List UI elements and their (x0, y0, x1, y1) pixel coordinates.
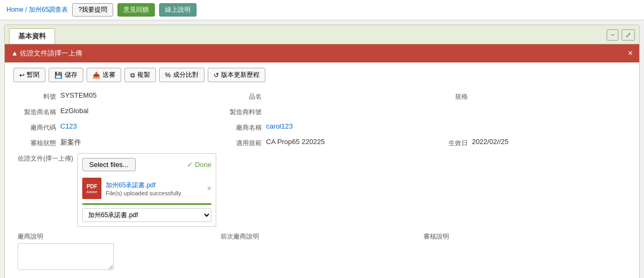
file-separator (82, 203, 211, 205)
review-status-field: 審核狀態 新案件 (13, 135, 219, 150)
mfr-material-label: 製造商料號 (223, 107, 266, 117)
applicable-spec-label: 適用規範 (223, 138, 266, 148)
comments-row: 廠商說明 前次廠商說明 審核說明 (13, 229, 631, 273)
form-row-1: 料號 SYSTEM05 品名 規格 (13, 89, 631, 104)
breadcrumb-current[interactable]: 加州65調查表 (29, 6, 68, 13)
effective-date-field: 生效日 2022/02//25 (425, 135, 631, 150)
file-name: 加州65承諾書.pdf (106, 181, 203, 190)
upload-label: 佐證文件(擇一上傳) (18, 153, 77, 163)
form-row-4: 審核狀態 新案件 適用規範 CA Prop65 220225 生效日 2022/… (13, 135, 631, 150)
vendor-name-field: 廠商名稱 carol123 (219, 120, 425, 135)
online-help-button[interactable]: 線上說明 (159, 3, 197, 17)
minimize-button[interactable]: − (607, 29, 618, 41)
material-no-value: SYSTEM05 (60, 91, 97, 99)
copy-button[interactable]: ⧉ 複製 (124, 68, 156, 82)
file-select-dropdown[interactable]: 加州65承諾書.pdf (82, 208, 211, 222)
top-nav: Home / 加州65調查表 ?我要提問 意見回饋 線上說明 (0, 0, 644, 20)
upload-top-row: Select files... ✓ Done (82, 158, 211, 171)
review-comment-group: 審核說明 (423, 232, 626, 270)
vendor-comment-group: 廠商說明 (18, 232, 221, 270)
effective-date-label: 生效日 (429, 138, 472, 148)
prev-vendor-comment-group: 前次廠商說明 (221, 232, 423, 270)
vendor-code-field: 廠商代碼 C123 (13, 120, 219, 135)
file-success: File(s) uploaded successfully. (106, 190, 203, 196)
upload-box: Select files... ✓ Done PDF Adobe 加州65承諾書… (77, 153, 216, 227)
review-status-value: 新案件 (60, 138, 81, 147)
tab-basic-info[interactable]: 基本資料 (9, 28, 55, 44)
help-button[interactable]: ?我要提問 (72, 3, 113, 17)
mfr-material-field: 製造商料號 (219, 104, 425, 120)
review-comment-label: 審核說明 (423, 232, 626, 241)
cancel-button[interactable]: ↩ 暫閉 (13, 68, 45, 82)
vendor-code-value[interactable]: C123 (60, 122, 77, 130)
material-no-field: 料號 SYSTEM05 (13, 89, 219, 104)
adobe-label: Adobe (87, 190, 97, 194)
pdf-icon-text: PDF (87, 184, 97, 189)
form-row-3: 廠商代碼 C123 廠商名稱 carol123 (13, 120, 631, 135)
error-close-button[interactable]: × (628, 49, 633, 58)
pdf-icon: PDF Adobe (82, 178, 101, 199)
compare-icon: % (165, 72, 171, 79)
file-item: PDF Adobe 加州65承諾書.pdf File(s) uploaded s… (82, 176, 211, 201)
submit-button[interactable]: 📤 送審 (87, 68, 121, 82)
file-dropdown[interactable]: 加州65承諾書.pdf (82, 208, 211, 222)
product-name-field: 品名 (219, 89, 425, 104)
content-panel: ↩ 暫閉 💾 儲存 📤 送審 ⧉ 複製 % 成分比對 ↺ 版本更新歷程 (5, 62, 639, 278)
form-row-2: 製造商名稱 EzGlobal 製造商料號 (13, 104, 631, 120)
empty-field-3 (425, 104, 631, 120)
compare-button[interactable]: % 成分比對 (159, 68, 205, 82)
file-remove-button[interactable]: × (207, 184, 211, 193)
version-icon: ↺ (214, 72, 219, 79)
vendor-comment-label: 廠商說明 (18, 232, 221, 241)
breadcrumb: Home / 加州65調查表 (6, 5, 68, 14)
material-no-label: 料號 (18, 91, 60, 101)
file-info: 加州65承諾書.pdf File(s) uploaded successfull… (106, 181, 203, 196)
feedback-button[interactable]: 意見回饋 (117, 3, 155, 17)
vendor-comment-textarea[interactable] (18, 243, 114, 270)
main-area: 基本資料 − ⤢ ▲ 佐證文件請擇一上傳 × ↩ 暫閉 💾 儲存 📤 送審 (4, 25, 640, 278)
vendor-code-label: 廠商代碼 (18, 122, 60, 132)
prev-vendor-comment-label: 前次廠商說明 (221, 232, 423, 241)
vendor-name-value[interactable]: carol123 (266, 122, 293, 130)
tab-bar: 基本資料 − ⤢ (5, 25, 639, 44)
version-button[interactable]: ↺ 版本更新歷程 (208, 68, 265, 82)
save-button[interactable]: 💾 儲存 (49, 68, 83, 82)
vendor-name-label: 廠商名稱 (223, 122, 266, 132)
toolbar: ↩ 暫閉 💾 儲存 📤 送審 ⧉ 複製 % 成分比對 ↺ 版本更新歷程 (13, 68, 631, 82)
copy-icon: ⧉ (130, 72, 135, 79)
manufacturer-label: 製造商名稱 (18, 107, 60, 117)
home-link[interactable]: Home (6, 6, 23, 13)
spec-label: 規格 (429, 91, 472, 101)
product-name-label: 品名 (223, 91, 266, 101)
cancel-icon: ↩ (19, 72, 25, 79)
expand-button[interactable]: ⤢ (622, 29, 635, 41)
done-label: ✓ Done (187, 161, 211, 169)
effective-date-value: 2022/02//25 (472, 138, 509, 146)
manufacturer-value: EzGlobal (60, 107, 89, 115)
submit-icon: 📤 (92, 72, 100, 79)
upload-section: 佐證文件(擇一上傳) Select files... ✓ Done PDF Ad… (13, 150, 631, 229)
empty-field-4 (425, 120, 631, 135)
applicable-spec-field: 適用規範 CA Prop65 220225 (219, 135, 425, 150)
error-banner: ▲ 佐證文件請擇一上傳 × (5, 44, 639, 62)
save-icon: 💾 (54, 72, 62, 79)
tab-controls: − ⤢ (607, 28, 635, 44)
manufacturer-field: 製造商名稱 EzGlobal (13, 104, 219, 120)
error-message: ▲ 佐證文件請擇一上傳 (11, 49, 82, 58)
spec-field: 規格 (425, 89, 631, 104)
select-files-button[interactable]: Select files... (82, 158, 136, 171)
applicable-spec-value: CA Prop65 220225 (266, 138, 325, 146)
review-status-label: 審核狀態 (18, 138, 60, 148)
